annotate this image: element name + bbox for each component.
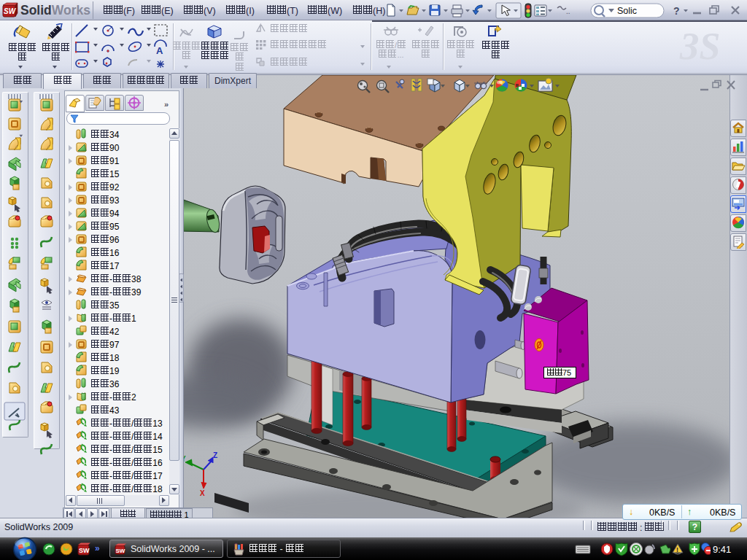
svg-text:SW: SW [116, 548, 125, 554]
svg-text:Z: Z [213, 451, 217, 459]
svg-text:A: A [156, 45, 163, 56]
svg-text:»: » [95, 543, 100, 553]
svg-text:..: .. [566, 7, 570, 15]
svg-text:?: ? [673, 5, 680, 17]
svg-text:Y: Y [184, 455, 186, 463]
svg-text:SW: SW [79, 547, 90, 554]
svg-text:!: ! [676, 546, 678, 553]
svg-text:X: X [200, 489, 205, 497]
svg-text:Solic: Solic [617, 6, 637, 16]
svg-text:SW: SW [4, 7, 17, 15]
